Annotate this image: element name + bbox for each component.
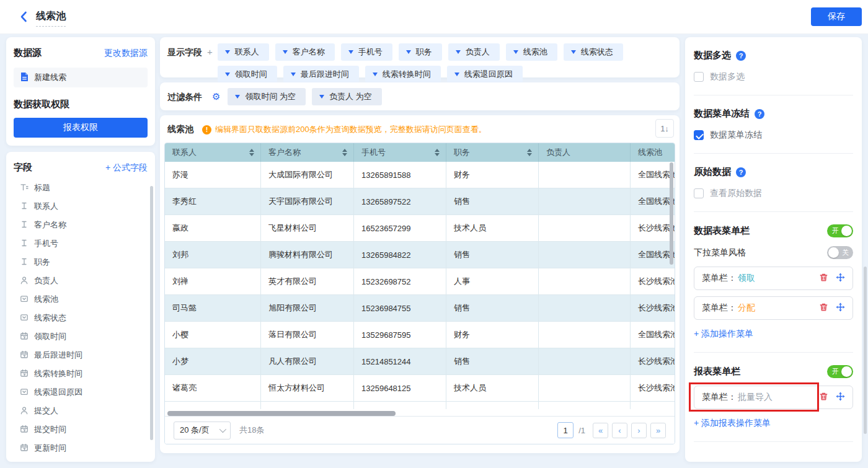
page-size-select[interactable]: 20 条/页 [174,422,231,439]
checkbox[interactable] [694,188,704,198]
sort-carets-icon[interactable] [435,149,440,156]
table-row[interactable]: 诸葛亮恒太方材料公司13259648125技术人员长沙线索池 [165,375,675,402]
multi-select-checkbox-row[interactable]: 数据多选 [694,71,853,82]
field-item[interactable]: 最后跟进时间 [14,346,148,364]
help-icon[interactable] [736,51,746,61]
menu-bar-item[interactable]: 菜单栏：分配 [694,296,853,320]
table-row[interactable]: 李秀红天宇国际有限公司13265897522销售全国线索池 [165,188,675,215]
sort-carets-icon[interactable] [527,149,532,156]
display-field-chip[interactable]: 负责人 [448,43,500,61]
chevron-down-icon [571,50,576,54]
next-page-button[interactable]: › [631,423,647,438]
current-page-input[interactable]: 1 [557,422,574,438]
save-button[interactable]: 保存 [811,7,862,26]
field-item[interactable]: 线索转换时间 [14,364,148,383]
display-field-chip[interactable]: 联系人 [218,43,269,61]
back-icon[interactable] [17,10,31,24]
field-item[interactable]: 手机号 [14,234,148,253]
field-item[interactable]: 更新时间 [14,439,148,457]
table-row[interactable]: 司马懿旭阳有限公司15236984755销售长沙线索池 [165,295,675,322]
field-item[interactable]: 线索状态 [14,309,148,327]
change-datasource-link[interactable]: 更改数据源 [104,48,148,59]
move-icon[interactable] [836,392,845,403]
field-item[interactable]: 领取时间 [14,327,148,346]
horizontal-scrollbar-thumb[interactable] [167,411,396,416]
menu-bar-actions [819,273,845,284]
page-scrollbar[interactable] [864,267,867,434]
column-header[interactable]: 负责人 [539,143,631,162]
table-row[interactable]: 刘禅英才有限公司15232698752人事长沙线索池 [165,268,675,295]
column-header[interactable]: 联系人 [165,143,261,162]
add-action-menu-link[interactable]: + 添加操作菜单 [694,329,853,340]
table-row[interactable]: 刘邦腾骏材料有限公司13265984822销售全国线索池 [165,242,675,268]
column-header[interactable]: 客户名称 [261,143,354,162]
filter-chip[interactable]: 领取时间 为空 [228,88,306,105]
display-fields-label: 显示字段 [167,43,202,71]
prev-page-button[interactable]: ‹ [612,423,627,438]
table-cell [539,268,631,295]
add-display-field-button[interactable]: + [207,43,213,71]
datasource-item[interactable]: 新建线索 [14,68,148,87]
column-header-label: 客户名称 [268,147,301,158]
display-field-chip[interactable]: 客户名称 [275,43,335,61]
column-header[interactable]: 手机号 [354,143,446,162]
vertical-scrollbar-thumb[interactable] [670,162,673,265]
last-page-button[interactable]: » [650,423,666,438]
checkbox[interactable] [694,130,704,140]
column-header[interactable]: 线索池 [631,143,675,162]
table-row[interactable]: 嬴政飞星材料公司16523657299技术人员长沙线索池 [165,215,675,242]
table-cell: 司马懿 [165,295,261,322]
checkbox-label: 数据菜单冻结 [710,130,762,141]
field-item[interactable]: 负责人 [14,272,148,290]
field-item[interactable]: 客户名称 [14,216,148,234]
field-item[interactable]: 职务 [14,253,148,272]
help-icon[interactable] [755,109,764,119]
table-row[interactable]: 小梦凡人有限公司15214851244销售长沙线索池 [165,348,675,375]
field-item[interactable]: 联系人 [14,197,148,216]
field-item-label: 手机号 [34,238,58,249]
checkbox[interactable] [694,72,704,82]
table-cell: 销售 [446,295,539,322]
report-menu-toggle[interactable]: 开 [827,365,853,378]
field-item[interactable]: 提交人 [14,402,148,420]
dropdown-style-toggle[interactable]: 关 [827,246,853,259]
trash-icon[interactable] [819,273,828,284]
help-icon[interactable] [736,167,746,177]
trash-icon[interactable] [819,392,828,403]
fields-scrollbar[interactable] [150,186,153,440]
field-item[interactable]: 线索退回原因 [14,383,148,402]
field-item[interactable]: 提交时间 [14,420,148,439]
field-item[interactable]: 线索池 [14,290,148,309]
sort-carets-icon[interactable] [342,149,347,156]
first-page-button[interactable]: « [593,423,608,438]
sort-carets-icon[interactable] [249,149,254,156]
display-field-chip[interactable]: 线索池 [506,43,557,61]
sort-order-button[interactable]: 1↓ [655,119,674,138]
display-field-chip[interactable]: 线索转换时间 [365,66,441,83]
column-header[interactable]: 职务 [446,143,539,162]
menu-bar-item[interactable]: 菜单栏：领取 [694,267,853,290]
display-field-chip[interactable]: 职务 [399,43,442,61]
add-formula-field-link[interactable]: + 公式字段 [105,162,148,174]
table-menu-toggle[interactable]: 开 [827,224,853,237]
menu-bar-item[interactable]: 菜单栏：批量导入 [694,386,853,409]
menu-freeze-checkbox-row[interactable]: 数据菜单冻结 [694,130,853,141]
filter-chip[interactable]: 负责人 为空 [312,88,382,105]
settings-panel: 数据多选 数据多选 数据菜单冻结 数据菜单冻结 原始数据 查看原始数据 数据表菜… [685,37,862,462]
table-row[interactable]: 苏漫大成国际有限公司13265891588财务全国线索池 [165,162,675,188]
table-row[interactable]: 小樱落日有限公司13529687595财务全国线索池 [165,322,675,348]
display-field-chip[interactable]: 手机号 [341,43,392,61]
display-field-chip[interactable]: 线索状态 [564,43,623,61]
move-icon[interactable] [836,273,845,284]
gear-icon[interactable]: ⚙ [212,88,220,105]
pagination-bar: 20 条/页 共18条 1 /1 « ‹ › » [165,416,675,444]
display-field-chip[interactable]: 最后跟进时间 [283,66,359,83]
add-report-action-menu-link[interactable]: + 添加报表操作菜单 [694,418,853,429]
report-permission-button[interactable]: 报表权限 [14,118,148,138]
trash-icon[interactable] [819,302,828,314]
move-icon[interactable] [836,302,845,314]
raw-data-checkbox-row[interactable]: 查看原始数据 [694,188,853,199]
display-field-chip[interactable]: 领取时间 [218,66,277,83]
field-item[interactable]: 标题 [14,179,148,197]
display-field-chip[interactable]: 线索退回原因 [447,66,523,83]
